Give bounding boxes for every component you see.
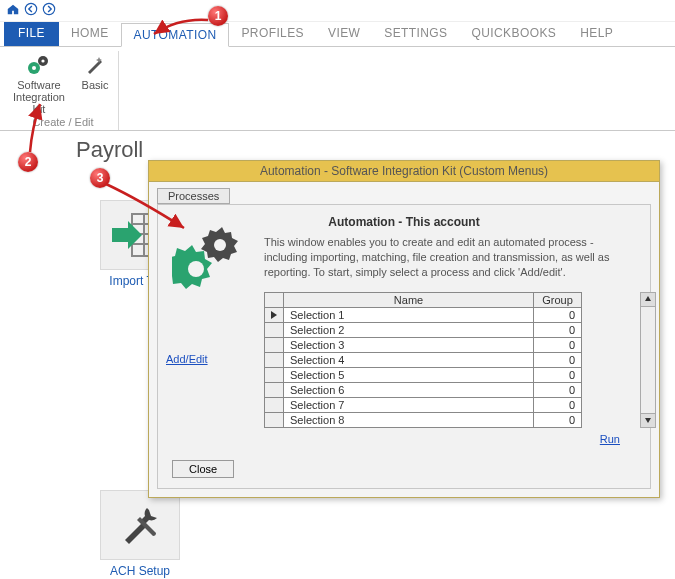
cell-name: Selection 4	[284, 352, 534, 367]
tab-settings[interactable]: SETTINGS	[372, 22, 459, 46]
row-marker-icon	[265, 307, 284, 322]
dialog-title: Automation - Software Integration Kit (C…	[149, 161, 659, 182]
cell-group: 0	[534, 322, 582, 337]
table-row[interactable]: Selection 2 0	[265, 322, 582, 337]
cell-group: 0	[534, 397, 582, 412]
process-table[interactable]: Name Group Selection 1 0 Selection 2 0 S…	[264, 292, 582, 428]
cell-group: 0	[534, 367, 582, 382]
ribbon-body: Software Integration Kit Basic Create / …	[0, 46, 675, 131]
table-row[interactable]: Selection 1 0	[265, 307, 582, 322]
callout-1: 1	[208, 6, 228, 26]
svg-point-1	[43, 3, 54, 14]
tab-profiles[interactable]: PROFILES	[229, 22, 316, 46]
gears-icon	[12, 51, 66, 79]
home-icon[interactable]	[6, 2, 20, 19]
cell-group: 0	[534, 352, 582, 367]
dialog-body: Automation - This account This window en…	[157, 204, 651, 489]
svg-point-12	[214, 239, 226, 251]
add-edit-link[interactable]: Add/Edit	[166, 353, 208, 365]
vertical-scrollbar[interactable]	[640, 292, 656, 428]
table-row[interactable]: Selection 8 0	[265, 412, 582, 427]
tab-automation[interactable]: AUTOMATION	[121, 23, 230, 47]
ribbon-tabs: FILE HOME AUTOMATION PROFILES VIEW SETTI…	[0, 22, 675, 46]
table-row[interactable]: Selection 4 0	[265, 352, 582, 367]
cell-name: Selection 2	[284, 322, 534, 337]
col-name[interactable]: Name	[284, 292, 534, 307]
table-row[interactable]: Selection 6 0	[265, 382, 582, 397]
gears-icon	[172, 221, 250, 294]
table-row[interactable]: Selection 5 0	[265, 367, 582, 382]
table-header-row: Name Group	[265, 292, 582, 307]
tools-icon	[100, 490, 180, 560]
callout-2: 2	[18, 152, 38, 172]
back-icon[interactable]	[24, 2, 38, 19]
ribbon-item-label: Basic	[76, 79, 114, 91]
tile-label: ACH Setup	[90, 564, 190, 578]
ribbon-item-basic[interactable]: Basic	[76, 51, 114, 115]
ribbon-item-label: Software Integration Kit	[12, 79, 66, 115]
forward-icon[interactable]	[42, 2, 56, 19]
cell-group: 0	[534, 337, 582, 352]
cell-group: 0	[534, 382, 582, 397]
ribbon-item-sik[interactable]: Software Integration Kit	[12, 51, 66, 115]
cell-group: 0	[534, 307, 582, 322]
dialog-tab-processes[interactable]: Processes	[157, 188, 230, 204]
process-table-wrap: Name Group Selection 1 0 Selection 2 0 S…	[264, 292, 638, 428]
cell-name: Selection 5	[284, 367, 534, 382]
ribbon-group-caption: Create / Edit	[12, 116, 114, 128]
wand-icon	[76, 51, 114, 79]
cell-name: Selection 8	[284, 412, 534, 427]
svg-point-3	[41, 59, 44, 62]
cell-name: Selection 7	[284, 397, 534, 412]
col-group[interactable]: Group	[534, 292, 582, 307]
cell-group: 0	[534, 412, 582, 427]
tab-home[interactable]: HOME	[59, 22, 121, 46]
svg-point-0	[25, 3, 36, 14]
cell-name: Selection 1	[284, 307, 534, 322]
dialog-description: This window enables you to create and ed…	[264, 235, 638, 280]
table-row[interactable]: Selection 7 0	[265, 397, 582, 412]
ribbon-group-create-edit: Software Integration Kit Basic Create / …	[8, 51, 119, 130]
automation-dialog: Automation - Software Integration Kit (C…	[148, 160, 660, 498]
row-marker-header	[265, 292, 284, 307]
tab-help[interactable]: HELP	[568, 22, 625, 46]
tile-ach-setup[interactable]: ACH Setup	[90, 490, 190, 578]
close-button[interactable]: Close	[172, 460, 234, 478]
scroll-down-icon[interactable]	[641, 413, 655, 427]
run-link[interactable]: Run	[600, 433, 620, 445]
callout-3: 3	[90, 168, 110, 188]
cell-name: Selection 3	[284, 337, 534, 352]
scroll-up-icon[interactable]	[641, 293, 655, 307]
tab-file[interactable]: FILE	[4, 22, 59, 46]
tab-quickbooks[interactable]: QUICKBOOKS	[460, 22, 569, 46]
cell-name: Selection 6	[284, 382, 534, 397]
svg-point-5	[32, 66, 36, 70]
window-quickbar	[0, 0, 675, 22]
svg-point-13	[188, 261, 204, 277]
tab-view[interactable]: VIEW	[316, 22, 372, 46]
table-row[interactable]: Selection 3 0	[265, 337, 582, 352]
